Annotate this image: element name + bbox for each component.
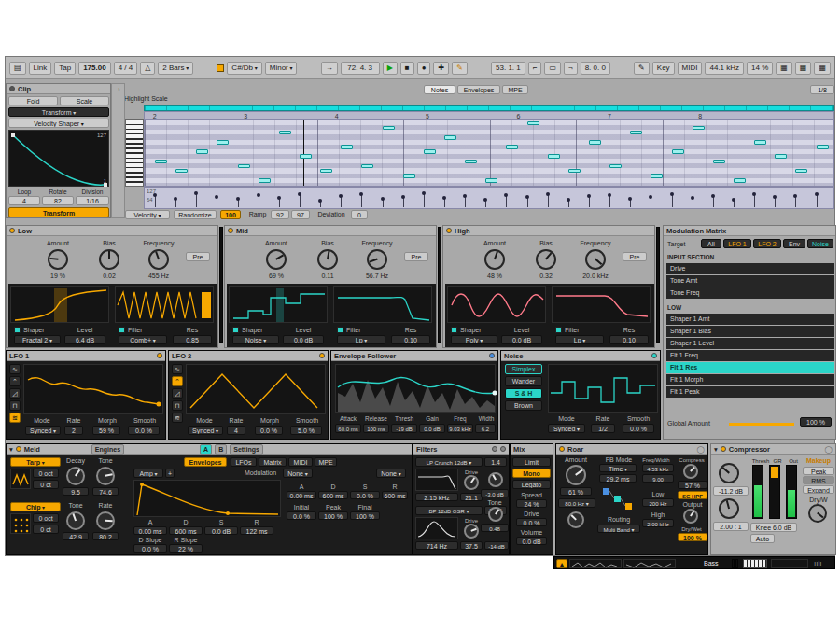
- tap-tempo-button[interactable]: Tap: [54, 62, 76, 75]
- tone-knob[interactable]: [567, 511, 584, 528]
- velocity-stem[interactable]: [775, 197, 776, 207]
- loop-length-field[interactable]: 8. 0. 0: [581, 62, 610, 75]
- spread-field[interactable]: 24 %: [516, 499, 547, 508]
- dry-wet-value[interactable]: 100 %: [678, 533, 707, 541]
- amount-value[interactable]: 69 %: [256, 273, 297, 280]
- noise-type-wander[interactable]: Wander: [505, 376, 542, 386]
- filters-header[interactable]: Filters: [413, 444, 509, 455]
- lfo2-header[interactable]: LFO 2: [169, 351, 328, 361]
- matrix-col-lfo2[interactable]: LFO 2: [753, 239, 781, 248]
- env-d-field[interactable]: 600 ms: [169, 526, 203, 535]
- deviation-field[interactable]: 0: [351, 210, 368, 219]
- filter1-type-select[interactable]: LP Crunch 12dB: [415, 457, 483, 467]
- tab-settings[interactable]: Settings: [230, 444, 263, 455]
- subtab-matrix[interactable]: Matrix: [259, 457, 287, 467]
- piano-keys[interactable]: [125, 119, 144, 187]
- filter2-graph[interactable]: [415, 517, 458, 539]
- midi-note[interactable]: [320, 169, 332, 174]
- tab-envelopes[interactable]: Envelopes: [457, 85, 500, 94]
- collapse-icon[interactable]: ▾: [714, 445, 718, 454]
- midi-note[interactable]: [196, 149, 208, 154]
- record-button[interactable]: ●: [417, 62, 431, 75]
- stop-button[interactable]: ■: [400, 62, 414, 75]
- tone-value[interactable]: 0.48: [481, 524, 509, 532]
- velocity-stem[interactable]: [630, 199, 631, 207]
- pre-button[interactable]: Pre: [404, 252, 428, 261]
- engine-a-knob2[interactable]: [96, 467, 115, 485]
- follow-button[interactable]: →: [321, 62, 338, 75]
- filter2-res-field[interactable]: 37.5: [460, 541, 483, 550]
- shaper-checkbox[interactable]: [232, 327, 239, 333]
- matrix-row[interactable]: Shaper 1 Level: [666, 338, 834, 349]
- velocity-stem[interactable]: [238, 199, 239, 207]
- frequency-knob[interactable]: [367, 249, 387, 270]
- velocity-stem[interactable]: [754, 194, 755, 207]
- matrix-row[interactable]: Flt 1 Morph: [666, 374, 834, 385]
- morph-field[interactable]: 59 %: [92, 426, 120, 435]
- metronome-icon[interactable]: △: [140, 62, 155, 75]
- velocity-stem[interactable]: [383, 199, 384, 207]
- filter-checkbox[interactable]: [337, 327, 343, 333]
- midi-note[interactable]: [630, 131, 642, 135]
- drive-field[interactable]: 0.0 %: [516, 518, 547, 526]
- meld-header[interactable]: ▾ Meld Engines A B Settings: [7, 444, 412, 455]
- menv-a-field[interactable]: 0.00 ms: [287, 491, 316, 499]
- engine-a-knob1[interactable]: [66, 467, 85, 485]
- lfo-shape-saw-icon[interactable]: ◿: [172, 388, 183, 399]
- subtab-envelopes[interactable]: Envelopes: [184, 457, 227, 467]
- lfo2-graph[interactable]: [186, 364, 326, 414]
- band-mid-header[interactable]: Mid: [225, 226, 436, 236]
- velocity-stem[interactable]: [734, 200, 735, 207]
- device-activator-icon[interactable]: [9, 228, 15, 233]
- initial-field[interactable]: 0.0 %: [287, 511, 316, 520]
- velocity-stem[interactable]: [217, 197, 217, 207]
- hot-swap-icon[interactable]: ◯: [697, 445, 705, 454]
- filter2-freq-field[interactable]: 714 Hz: [415, 541, 458, 550]
- draw-mode-icon[interactable]: ✎: [634, 62, 650, 75]
- velocity-stem[interactable]: [320, 201, 321, 207]
- arrangement-position-field[interactable]: 72. 4. 3: [341, 62, 380, 75]
- tab-notes[interactable]: Notes: [424, 85, 455, 94]
- engine-b-octave[interactable]: 0 oct: [33, 513, 59, 523]
- midi-note[interactable]: [175, 169, 188, 174]
- division-field[interactable]: 1/16: [76, 196, 109, 205]
- shaper-checkbox[interactable]: [14, 327, 21, 333]
- meter-bars-icon[interactable]: ıılı: [814, 559, 821, 567]
- velocity-stem[interactable]: [196, 193, 197, 207]
- amount-knob[interactable]: [48, 249, 68, 270]
- rate-value[interactable]: 80.2: [92, 532, 119, 540]
- menv-r-field[interactable]: 600 ms: [382, 491, 408, 499]
- velocity-stem[interactable]: [693, 198, 693, 207]
- velocity-stem[interactable]: [795, 196, 796, 207]
- shaper-graph[interactable]: [10, 286, 109, 323]
- mod-source-select-2[interactable]: None: [376, 469, 406, 478]
- velocity-stem[interactable]: [548, 194, 549, 207]
- mode-select[interactable]: Synced: [548, 424, 585, 433]
- lfo1-header[interactable]: LFO 1: [7, 351, 165, 361]
- legato-button[interactable]: Legato: [512, 480, 551, 489]
- midi-note[interactable]: [817, 145, 829, 149]
- amount-knob[interactable]: [566, 465, 586, 485]
- transform-tool-select[interactable]: Transform: [8, 107, 109, 117]
- scale-root-select[interactable]: C#/Db: [227, 62, 261, 75]
- midi-note[interactable]: [300, 154, 312, 159]
- level-field[interactable]: 6.4 dB: [64, 335, 105, 344]
- time-signature-field[interactable]: 4 / 4: [114, 62, 138, 75]
- noise-type-brown[interactable]: Brown: [505, 400, 542, 411]
- velocity-stem[interactable]: [485, 200, 486, 207]
- scale-button[interactable]: Scale: [60, 96, 109, 105]
- mono-button[interactable]: Mono: [512, 469, 551, 478]
- filter1-activator-icon[interactable]: [492, 446, 497, 452]
- tab-mpe[interactable]: MPE: [502, 85, 528, 94]
- loop-start-field[interactable]: 53. 1. 1: [491, 62, 525, 75]
- velocity-stem[interactable]: [713, 196, 714, 207]
- d-slope-field[interactable]: 0.0 %: [133, 544, 167, 553]
- midi-note[interactable]: [279, 131, 291, 135]
- engine-b-knob1[interactable]: [66, 511, 85, 530]
- midi-note[interactable]: [651, 174, 663, 178]
- velocity-stem[interactable]: [527, 197, 528, 207]
- band-low-header[interactable]: Low: [7, 226, 217, 236]
- midi-note[interactable]: [465, 160, 477, 164]
- threshold-value[interactable]: -11.2 dB: [713, 486, 749, 496]
- sc-hpf-button[interactable]: SC HPF: [678, 491, 707, 499]
